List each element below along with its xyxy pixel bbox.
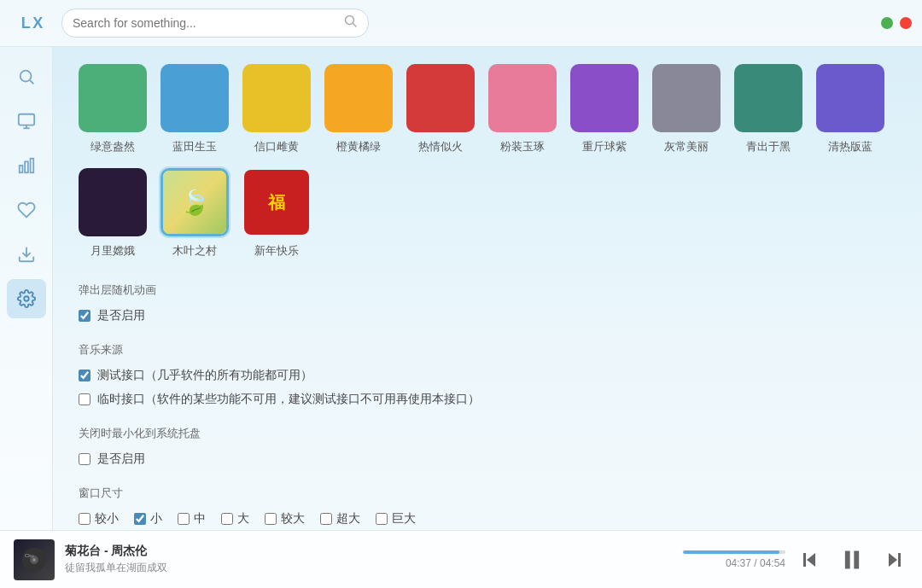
theme-item-newyear[interactable]: 福新年快乐 bbox=[242, 168, 311, 259]
svg-rect-17 bbox=[803, 553, 806, 567]
test-api-checkbox[interactable] bbox=[79, 370, 90, 381]
svg-point-14 bbox=[32, 558, 36, 562]
theme-swatch-blue2 bbox=[816, 64, 884, 132]
minimize-tray-label: 是否启用 bbox=[97, 451, 145, 467]
theme-item-blue2[interactable]: 清热版蓝 bbox=[816, 64, 884, 154]
theme-swatch-blue bbox=[160, 64, 229, 132]
window-size-checkbox-中[interactable] bbox=[178, 513, 190, 525]
window-size-checkbox-较大[interactable] bbox=[265, 513, 277, 525]
popup-animation-row: 是否启用 bbox=[79, 308, 896, 323]
sidebar-item-chart[interactable] bbox=[7, 146, 46, 185]
theme-item-dark[interactable]: 月里嫦娥 bbox=[79, 168, 147, 259]
temp-api-checkbox[interactable] bbox=[79, 393, 90, 405]
theme-item-yellow[interactable]: 信口雌黄 bbox=[242, 64, 311, 154]
minimize-button[interactable] bbox=[881, 17, 893, 29]
theme-label-teal: 青出于黑 bbox=[746, 139, 791, 154]
svg-rect-7 bbox=[19, 166, 22, 172]
theme-item-pink[interactable]: 粉装玉琢 bbox=[488, 64, 557, 154]
theme-item-green[interactable]: 绿意盎然 bbox=[79, 64, 147, 154]
theme-swatch-dark bbox=[79, 168, 147, 236]
theme-swatch-teal bbox=[734, 64, 802, 132]
window-size-label-大: 大 bbox=[237, 511, 249, 527]
svg-text:Cku: Cku bbox=[25, 553, 34, 558]
popup-animation-label: 是否启用 bbox=[97, 308, 145, 323]
svg-rect-8 bbox=[25, 161, 28, 172]
theme-item-naruto[interactable]: 🍃木叶之村 bbox=[160, 168, 229, 259]
theme-label-pink: 粉装玉琢 bbox=[500, 139, 545, 154]
svg-marker-20 bbox=[889, 553, 897, 567]
minimize-tray-checkbox[interactable] bbox=[79, 453, 90, 465]
content-area: 绿意盎然蓝田生玉信口雌黄橙黄橘绿热情似火粉装玉琢重斤球紫灰常美丽青出于黑清热版蓝… bbox=[53, 47, 922, 530]
window-size-checkbox-超大[interactable] bbox=[320, 513, 332, 525]
svg-point-2 bbox=[20, 71, 31, 82]
window-size-label-小: 小 bbox=[150, 511, 162, 527]
progress-fill bbox=[683, 550, 779, 554]
popup-animation-title: 弹出层随机动画 bbox=[79, 282, 896, 298]
minimize-tray-title: 关闭时最小化到系统托盘 bbox=[79, 426, 896, 441]
song-title: 菊花台 - 周杰伦 bbox=[65, 544, 201, 559]
theme-label-red: 热情似火 bbox=[418, 139, 463, 154]
window-size-option: 大 bbox=[221, 511, 249, 527]
window-size-option: 较小 bbox=[79, 511, 119, 527]
svg-rect-9 bbox=[30, 159, 33, 173]
svg-rect-4 bbox=[18, 114, 33, 125]
sidebar-item-music[interactable] bbox=[7, 102, 46, 141]
svg-line-3 bbox=[30, 80, 33, 84]
window-size-label-较大: 较大 bbox=[281, 511, 305, 527]
search-icon bbox=[344, 15, 358, 32]
close-button[interactable] bbox=[900, 17, 912, 29]
svg-line-1 bbox=[353, 24, 357, 27]
popup-animation-checkbox[interactable] bbox=[79, 310, 90, 322]
sidebar-item-settings[interactable] bbox=[7, 279, 46, 318]
svg-marker-16 bbox=[807, 553, 815, 567]
player-bar: Cku 菊花台 - 周杰伦 徒留我孤单在湖面成双 04:37 / 04:54 bbox=[0, 530, 922, 588]
theme-label-blue: 蓝田生玉 bbox=[172, 139, 217, 154]
theme-item-purple[interactable]: 重斤球紫 bbox=[570, 64, 639, 154]
play-pause-button[interactable] bbox=[837, 544, 867, 575]
theme-label-green: 绿意盎然 bbox=[90, 139, 135, 154]
window-size-label-巨大: 巨大 bbox=[392, 511, 416, 527]
window-size-option: 较大 bbox=[265, 511, 305, 527]
player-controls bbox=[796, 544, 908, 575]
theme-swatch-orange bbox=[324, 64, 393, 132]
sidebar-item-search[interactable] bbox=[7, 57, 46, 96]
theme-label-dark: 月里嫦娥 bbox=[90, 243, 135, 259]
theme-swatch-purple bbox=[570, 64, 639, 132]
window-size-options: 较小小中大较大超大巨大 bbox=[79, 511, 896, 527]
svg-rect-19 bbox=[854, 550, 859, 568]
theme-label-yellow: 信口雌黄 bbox=[254, 139, 299, 154]
progress-area: 04:37 / 04:54 bbox=[683, 550, 785, 569]
minimize-tray-section: 关闭时最小化到系统托盘 是否启用 bbox=[79, 426, 896, 467]
next-button[interactable] bbox=[881, 546, 908, 573]
theme-item-red[interactable]: 热情似火 bbox=[406, 64, 475, 154]
progress-bar[interactable] bbox=[683, 550, 785, 554]
sidebar-item-favorites[interactable] bbox=[7, 190, 46, 230]
song-info: 菊花台 - 周杰伦 徒留我孤单在湖面成双 bbox=[65, 544, 201, 575]
sidebar-item-download[interactable] bbox=[7, 235, 46, 274]
window-size-checkbox-较小[interactable] bbox=[79, 513, 90, 525]
theme-swatch-newyear: 福 bbox=[242, 168, 311, 236]
theme-item-orange[interactable]: 橙黄橘绿 bbox=[324, 64, 393, 154]
theme-label-newyear: 新年快乐 bbox=[254, 243, 299, 259]
minimize-tray-row: 是否启用 bbox=[79, 451, 896, 467]
theme-swatch-green bbox=[79, 64, 147, 132]
temp-api-label: 临时接口（软件的某些功能不可用，建议测试接口不可用再使用本接口） bbox=[97, 392, 480, 407]
window-size-checkbox-巨大[interactable] bbox=[376, 513, 388, 525]
window-size-section: 窗口尺寸 较小小中大较大超大巨大 bbox=[79, 486, 896, 527]
svg-rect-18 bbox=[845, 550, 850, 568]
album-art-inner: Cku bbox=[14, 539, 55, 580]
theme-item-teal[interactable]: 青出于黑 bbox=[734, 64, 802, 154]
theme-item-blue[interactable]: 蓝田生玉 bbox=[160, 64, 229, 154]
main-layout: 绿意盎然蓝田生玉信口雌黄橙黄橘绿热情似火粉装玉琢重斤球紫灰常美丽青出于黑清热版蓝… bbox=[0, 47, 922, 530]
window-size-option: 巨大 bbox=[376, 511, 416, 527]
search-input[interactable] bbox=[73, 16, 339, 30]
window-size-option: 中 bbox=[178, 511, 206, 527]
theme-item-gray[interactable]: 灰常美丽 bbox=[652, 64, 721, 154]
window-size-checkbox-大[interactable] bbox=[221, 513, 233, 525]
theme-label-purple: 重斤球紫 bbox=[582, 139, 627, 154]
music-source-section: 音乐来源 测试接口（几乎软件的所有功能都可用） 临时接口（软件的某些功能不可用，… bbox=[79, 342, 896, 407]
prev-button[interactable] bbox=[796, 546, 823, 573]
search-bar-container bbox=[61, 9, 369, 38]
theme-swatch-pink bbox=[488, 64, 557, 132]
window-size-checkbox-小[interactable] bbox=[134, 513, 146, 525]
